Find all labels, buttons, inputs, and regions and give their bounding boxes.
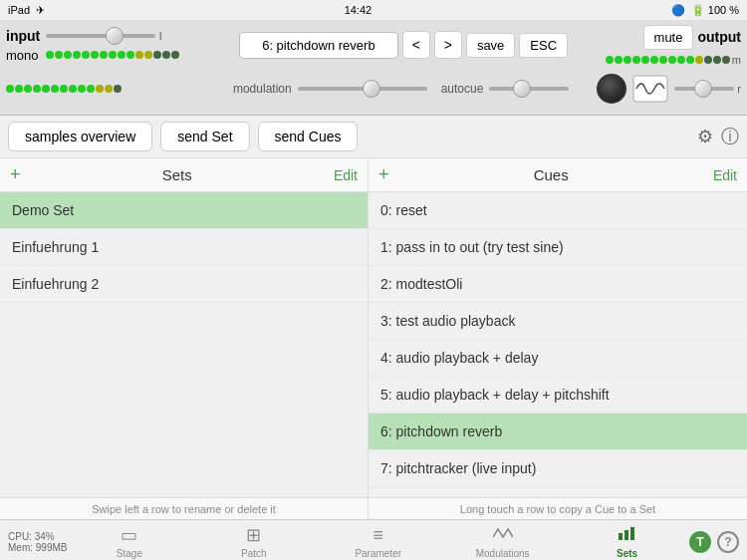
autocue-slider[interactable] xyxy=(489,87,569,91)
led xyxy=(42,85,50,93)
preset-display: 6: pitchdown reverb xyxy=(239,32,398,59)
status-time: 14:42 xyxy=(345,4,373,16)
bottom-info-right: Long touch a row to copy a Cue to a Set xyxy=(369,498,747,519)
cpu-label: CPU: 34% xyxy=(8,531,67,542)
sets-panel: + Sets Edit Demo SetEinfuehrung 1Einfueh… xyxy=(0,158,369,497)
settings-icon[interactable]: ⚙ xyxy=(697,126,713,147)
led xyxy=(69,85,77,93)
cue-item[interactable]: 1: pass in to out (try test sine) xyxy=(369,229,747,266)
led xyxy=(686,56,694,64)
led xyxy=(60,85,68,93)
cue-item[interactable]: 5: audio playback + delay + pitchshift xyxy=(369,377,747,414)
cue-item[interactable]: 0: reset xyxy=(369,192,747,229)
battery-icon: 🔋 100 % xyxy=(691,4,739,17)
ipad-label: iPad xyxy=(8,4,30,16)
esc-button[interactable]: ESC xyxy=(519,33,568,58)
cues-list: 0: reset1: pass in to out (try test sine… xyxy=(369,192,747,497)
r-slider-group: r xyxy=(674,83,741,95)
led xyxy=(704,56,712,64)
main-content: + Sets Edit Demo SetEinfuehrung 1Einfueh… xyxy=(0,158,747,497)
nav-item-parameter[interactable]: ≡ Parameter xyxy=(316,521,440,561)
led xyxy=(24,85,32,93)
set-item[interactable]: Einfuehrung 2 xyxy=(0,266,368,303)
samples-overview-button[interactable]: samples overview xyxy=(8,122,152,151)
status-left: iPad ✈ xyxy=(8,4,45,17)
output-label: output xyxy=(697,29,741,45)
led xyxy=(96,85,104,93)
led xyxy=(105,85,113,93)
big-knob[interactable] xyxy=(597,74,626,104)
led xyxy=(109,51,117,59)
modulation-row: modulation autocue xyxy=(211,82,591,96)
sets-nav-icon xyxy=(618,525,637,546)
led xyxy=(114,85,122,93)
input-led-group xyxy=(46,51,179,59)
nav-item-stage[interactable]: ▭ Stage xyxy=(67,520,191,560)
patch-icon: ⊞ xyxy=(246,524,261,546)
cue-item[interactable]: 4: audio playback + delay xyxy=(369,340,747,377)
r-slider[interactable] xyxy=(674,87,734,91)
nav-extras: T ? xyxy=(689,531,747,553)
led xyxy=(64,51,72,59)
top-area: input l mono xyxy=(0,20,747,116)
cue-item[interactable]: 3: test audio playback xyxy=(369,303,747,340)
mute-button[interactable]: mute xyxy=(643,25,694,50)
help-button[interactable]: ? xyxy=(717,531,739,553)
modulation-slider[interactable] xyxy=(298,87,427,91)
led xyxy=(91,51,99,59)
info-icon[interactable]: ⓘ xyxy=(721,125,739,148)
cues-edit-button[interactable]: Edit xyxy=(713,167,737,183)
led xyxy=(33,85,41,93)
save-button[interactable]: save xyxy=(466,33,515,58)
wifi-icon: ✈ xyxy=(36,4,45,17)
svg-rect-0 xyxy=(633,76,667,102)
led xyxy=(677,56,685,64)
modulation-label: modulation xyxy=(233,82,292,96)
set-item[interactable]: Demo Set xyxy=(0,192,368,229)
sets-list: Demo SetEinfuehrung 1Einfuehrung 2 xyxy=(0,192,368,497)
nav-item-modulations[interactable]: Modulations xyxy=(440,521,565,561)
cues-add-button[interactable]: + xyxy=(378,164,389,185)
mono-controls xyxy=(6,85,205,93)
led xyxy=(46,51,54,59)
led xyxy=(82,51,90,59)
set-item[interactable]: Einfuehrung 1 xyxy=(0,229,368,266)
status-right: 🔵 🔋 100 % xyxy=(671,4,739,17)
led xyxy=(668,56,676,64)
led xyxy=(162,51,170,59)
prev-button[interactable]: < xyxy=(402,31,430,59)
cues-title: Cues xyxy=(389,166,713,183)
cue-item[interactable]: 7: pitchtracker (live input) xyxy=(369,450,747,487)
cue-item[interactable]: 2: modtestOli xyxy=(369,266,747,303)
status-bar: iPad ✈ 14:42 🔵 🔋 100 % xyxy=(0,0,747,20)
cue-item[interactable]: 8: pitchtracker (live input+modulation) xyxy=(369,487,747,497)
led xyxy=(118,51,125,59)
input-slider[interactable] xyxy=(46,34,155,38)
next-button[interactable]: > xyxy=(434,31,462,59)
input-label: input xyxy=(6,28,42,44)
svg-rect-1 xyxy=(619,533,622,540)
send-set-button[interactable]: send Set xyxy=(160,122,249,151)
output-led-group xyxy=(606,56,730,64)
bottom-nav: CPU: 34% Mem: 999MB ▭ Stage ⊞ Patch ≡ Pa… xyxy=(0,519,747,560)
led xyxy=(632,56,640,64)
led xyxy=(87,85,95,93)
r-label: r xyxy=(737,83,741,95)
t-button[interactable]: T xyxy=(689,531,711,553)
modulations-label: Modulations xyxy=(476,548,530,559)
mono-led-group xyxy=(6,85,122,93)
nav-item-patch[interactable]: ⊞ Patch xyxy=(191,520,316,560)
led xyxy=(695,56,703,64)
cue-item[interactable]: 6: pitchdown reverb xyxy=(369,414,747,450)
led xyxy=(78,85,86,93)
led xyxy=(153,51,161,59)
nav-item-sets[interactable]: Sets xyxy=(565,521,689,561)
led xyxy=(6,85,14,93)
sets-add-button[interactable]: + xyxy=(10,164,21,185)
send-cues-button[interactable]: send Cues xyxy=(258,122,359,151)
bluetooth-icon: 🔵 xyxy=(671,4,685,17)
sets-nav-label: Sets xyxy=(617,548,637,559)
sets-edit-button[interactable]: Edit xyxy=(334,167,358,183)
svg-rect-2 xyxy=(624,530,628,540)
led xyxy=(722,56,730,64)
